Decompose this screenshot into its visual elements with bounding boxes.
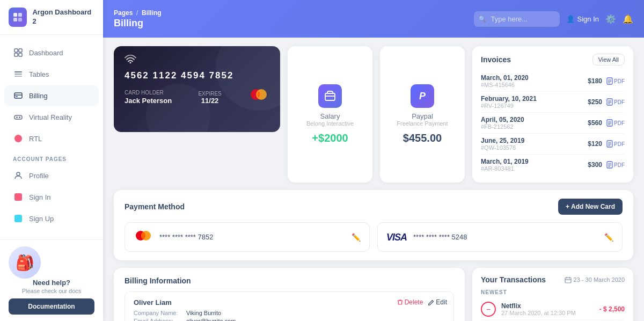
search-wrap	[474, 11, 560, 27]
sidebar-item-signin[interactable]: Sign In	[4, 187, 99, 207]
bottom-row: Billing Information Oliver Liam Delete E…	[114, 268, 633, 321]
sidebar-item-profile[interactable]: Profile	[4, 165, 99, 186]
paypal-card: P Paypal Freelance Payment $455.00	[380, 46, 465, 183]
svg-rect-5	[19, 49, 22, 52]
account-section-label: ACCOUNT PAGES	[0, 150, 103, 164]
dashboard-icon	[13, 47, 24, 58]
invoice-row: April, 05, 2020 #FB-212562 $560 PDF	[481, 113, 625, 134]
invoice-id: #RV-126749	[481, 103, 537, 109]
transactions-card: Your Transactions 23 - 30 March 2020 NEW…	[472, 268, 633, 321]
tables-label: Tables	[29, 70, 49, 78]
invoice-right: $120 PDF	[588, 140, 625, 148]
invoice-right: $560 PDF	[588, 119, 625, 127]
salary-value: +$2000	[312, 132, 348, 144]
invoice-id: #QW-103578	[481, 144, 524, 151]
search-input[interactable]	[474, 11, 560, 27]
payment-header: Payment Method + Add New Card	[125, 199, 623, 215]
card-bottom: Card Holder Jack Peterson Expires 11/22	[125, 87, 269, 105]
svg-rect-3	[18, 18, 22, 21]
paypal-icon-wrap: P	[411, 84, 434, 108]
sidebar-item-signup[interactable]: Sign Up	[4, 208, 99, 229]
breadcrumb-current: Billing	[142, 9, 162, 17]
billing-info-title: Billing Information	[125, 276, 454, 285]
signup-icon	[13, 213, 24, 224]
expires-value: 11/22	[198, 97, 221, 105]
sidebar-item-dashboard[interactable]: Dashboard	[4, 42, 99, 63]
paypal-sub: Freelance Payment	[397, 120, 448, 127]
wifi-icon	[125, 55, 269, 66]
cards-row: **** **** **** 7852 ✏️ VISA **** **** **…	[125, 222, 623, 252]
email-value-oliver: oliver@burrito.com	[186, 318, 236, 321]
invoice-info: April, 05, 2020 #FB-212562	[481, 116, 524, 130]
edit-oliver-button[interactable]: Edit	[428, 298, 447, 306]
svg-rect-14	[14, 115, 22, 119]
sidebar-item-rtl[interactable]: RTL	[4, 128, 99, 149]
settings-icon[interactable]: ⚙️	[605, 14, 616, 24]
sidebar-help: 🎒 Need help? Please check our docs Docum…	[0, 239, 103, 321]
svg-rect-8	[14, 71, 22, 72]
invoice-row: March, 01, 2019 #AR-803481 $300 PDF	[481, 155, 625, 175]
svg-rect-11	[14, 93, 22, 98]
company-detail-oliver: Company Name: Viking Burrito	[134, 310, 445, 316]
invoice-id: #AR-803481	[481, 165, 529, 172]
invoice-date: March, 01, 2019	[481, 158, 529, 165]
payment-method-title: Payment Method	[125, 202, 185, 211]
breadcrumb-pages[interactable]: Pages	[114, 9, 133, 17]
top-row: 4562 1122 4594 7852 Card Holder Jack Pet…	[114, 46, 633, 183]
svg-rect-10	[14, 76, 22, 77]
invoices-card: Invoices View All March, 01, 2020 #MS-41…	[472, 46, 633, 183]
sidebar-item-virtual-reality[interactable]: Virtual Reality	[4, 107, 99, 127]
vr-label: Virtual Reality	[29, 113, 72, 121]
breadcrumb-area: Pages / Billing Billing	[114, 9, 162, 29]
salary-label: Salary	[320, 112, 340, 120]
pdf-button[interactable]: PDF	[606, 77, 625, 85]
pdf-button[interactable]: PDF	[606, 98, 625, 106]
card-number: 4562 1122 4594 7852	[125, 70, 269, 81]
documentation-button[interactable]: Documentation	[9, 298, 94, 315]
pdf-button[interactable]: PDF	[606, 161, 625, 169]
notification-icon[interactable]: 🔔	[623, 14, 633, 24]
dashboard-label: Dashboard	[29, 49, 63, 57]
pdf-button[interactable]: PDF	[606, 140, 625, 148]
invoice-right: $300 PDF	[588, 161, 625, 169]
topbar-right: 👤 Sign In ⚙️ 🔔	[474, 11, 633, 27]
sidebar-item-tables[interactable]: Tables	[4, 64, 99, 84]
logo-text: Argon Dashboard 2	[32, 8, 94, 26]
salary-sub: Belong Interactive	[306, 120, 354, 127]
card-item-visa: VISA **** **** **** 5248 ✏️	[377, 222, 623, 252]
signup-label: Sign Up	[29, 215, 54, 223]
edit-card-visa-icon[interactable]: ✏️	[604, 233, 613, 242]
card-digits-visa: **** **** **** 5248	[413, 233, 598, 241]
payment-method-card: Payment Method + Add New Card **** **** …	[114, 190, 633, 260]
pdf-button[interactable]: PDF	[606, 119, 625, 127]
newest-label: NEWEST	[481, 289, 625, 295]
invoices-header: Invoices View All	[481, 54, 625, 65]
transactions-date-text: 23 - 30 March 2020	[574, 276, 625, 283]
edit-card-mastercard-icon[interactable]: ✏️	[352, 233, 361, 242]
sidebar-item-billing[interactable]: Billing	[4, 85, 99, 106]
invoice-amount: $300	[588, 161, 602, 169]
salary-icon-wrap	[318, 84, 342, 108]
svg-point-20	[256, 89, 267, 100]
credit-card[interactable]: 4562 1122 4594 7852 Card Holder Jack Pet…	[114, 46, 280, 132]
delete-oliver-button[interactable]: Delete	[397, 298, 423, 306]
sidebar: Argon Dashboard 2 Dashboard	[0, 0, 103, 321]
svg-rect-9	[14, 74, 22, 75]
billing-info-card: Billing Information Oliver Liam Delete E…	[114, 268, 465, 321]
netflix-time: 27 March 2020, at 12:30 PM	[501, 310, 594, 316]
view-all-button[interactable]: View All	[592, 54, 625, 65]
signin-label: Sign In	[29, 193, 50, 201]
netflix-name: Netflix	[501, 302, 594, 310]
sidebar-nav: Dashboard Tables Billing	[0, 35, 103, 239]
invoice-date: February, 10, 2021	[481, 95, 537, 103]
paypal-p-icon: P	[419, 91, 426, 102]
sidebar-logo[interactable]: Argon Dashboard 2	[0, 0, 103, 35]
expires-label: Expires	[198, 91, 221, 97]
topbar: Pages / Billing Billing 👤 Sign In ⚙️ 🔔	[103, 0, 644, 38]
invoice-right: $250 PDF	[588, 98, 625, 106]
billing-person-oliver: Oliver Liam Delete Edit Company Name:	[125, 291, 454, 321]
billing-label: Billing	[29, 92, 48, 100]
invoice-right: $180 PDF	[588, 77, 625, 85]
add-new-card-button[interactable]: + Add New Card	[558, 199, 623, 215]
signin-button[interactable]: 👤 Sign In	[566, 15, 599, 23]
